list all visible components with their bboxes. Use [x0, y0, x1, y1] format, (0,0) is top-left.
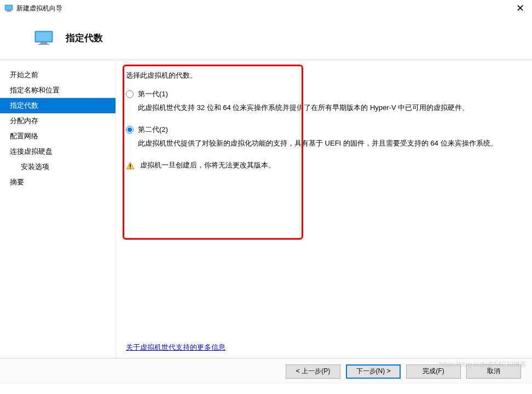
radio-desc-gen2: 此虚拟机世代提供了对较新的虚拟化功能的支持，具有基于 UEFI 的固件，并且需要…: [138, 138, 522, 149]
sidebar-item-before-start[interactable]: 开始之前: [0, 67, 115, 83]
radio-gen1[interactable]: [126, 90, 134, 98]
sidebar-item-summary[interactable]: 摘要: [0, 175, 115, 190]
header-icon: [33, 30, 55, 45]
radio-row-gen2[interactable]: 第二代(2): [126, 125, 522, 135]
footer: < 上一步(P) 下一步(N) > 完成(F) 取消: [0, 358, 532, 384]
close-icon[interactable]: ✕: [516, 3, 524, 13]
sidebar: 开始之前 指定名称和位置 指定代数 分配内存 配置网络 连接虚拟硬盘 安装选项 …: [0, 60, 116, 358]
next-button[interactable]: 下一步(N) >: [346, 364, 401, 379]
page-title: 指定代数: [66, 32, 103, 44]
svg-rect-3: [6, 11, 11, 12]
sidebar-item-name-location[interactable]: 指定名称和位置: [0, 83, 115, 98]
sidebar-item-generation[interactable]: 指定代数: [0, 98, 115, 113]
radio-group-gen1: 第一代(1) 此虚拟机世代支持 32 位和 64 位来宾操作系统并提供了在所有早…: [126, 89, 522, 114]
titlebar: 新建虚拟机向导 ✕: [0, 0, 532, 16]
sidebar-item-memory[interactable]: 分配内存: [0, 113, 115, 129]
svg-rect-5: [36, 32, 51, 41]
link-area: 关于虚拟机世代支持的更多信息: [126, 343, 225, 352]
svg-rect-7: [38, 44, 49, 45]
svg-rect-1: [5, 5, 12, 10]
radio-group-gen2: 第二代(2) 此虚拟机世代提供了对较新的虚拟化功能的支持，具有基于 UEFI 的…: [126, 125, 522, 149]
radio-row-gen1[interactable]: 第一代(1): [126, 89, 522, 99]
sidebar-item-network[interactable]: 配置网络: [0, 129, 115, 144]
cancel-button[interactable]: 取消: [466, 364, 521, 379]
prompt-text: 选择此虚拟机的代数。: [126, 71, 522, 80]
warning-icon: [126, 161, 135, 170]
more-info-link[interactable]: 关于虚拟机世代支持的更多信息: [126, 343, 225, 351]
radio-desc-gen1: 此虚拟机世代支持 32 位和 64 位来宾操作系统并提供了在所有早期版本的 Hy…: [138, 102, 522, 114]
radio-label-gen2: 第二代(2): [138, 125, 168, 135]
content-area: 开始之前 指定名称和位置 指定代数 分配内存 配置网络 连接虚拟硬盘 安装选项 …: [0, 60, 532, 358]
main-panel: 选择此虚拟机的代数。 第一代(1) 此虚拟机世代支持 32 位和 64 位来宾操…: [116, 60, 532, 358]
svg-rect-9: [130, 167, 131, 169]
radio-gen2[interactable]: [126, 126, 134, 134]
prev-button[interactable]: < 上一步(P): [286, 364, 340, 379]
warning-row: 虚拟机一旦创建后，你将无法更改其版本。: [126, 160, 522, 170]
window-title: 新建虚拟机向导: [16, 4, 62, 13]
sidebar-item-install-options[interactable]: 安装选项: [0, 159, 115, 175]
warning-text: 虚拟机一旦创建后，你将无法更改其版本。: [140, 160, 275, 170]
wizard-header: 指定代数: [0, 16, 532, 60]
app-icon: [4, 4, 13, 13]
svg-rect-8: [130, 164, 131, 167]
sidebar-item-virtual-disk[interactable]: 连接虚拟硬盘: [0, 144, 115, 159]
radio-label-gen1: 第一代(1): [138, 89, 168, 99]
svg-rect-2: [7, 10, 10, 11]
svg-rect-6: [41, 42, 47, 44]
finish-button[interactable]: 完成(F): [406, 364, 461, 379]
